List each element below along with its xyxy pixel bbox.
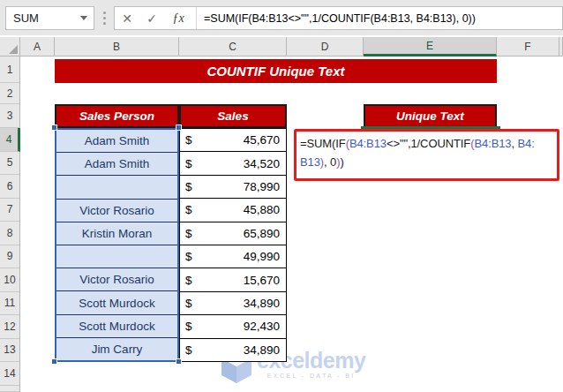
sales-amount: 45,880	[244, 203, 280, 216]
formula-segment: <>""	[387, 137, 408, 150]
insert-function-icon[interactable]: ƒx	[164, 11, 192, 26]
name-box[interactable]: SUM	[5, 6, 94, 30]
formula-annotation-box: =SUM(IF(B4:B13<>"",1/COUNTIF(B4:B13, B4:…	[294, 129, 559, 181]
currency-symbol: $	[185, 274, 192, 287]
currency-symbol: $	[185, 133, 192, 147]
formula-toolbar: SUM ✕ ✓ ƒx =SUM(IF(B4:B13<>"",1/COUNTIF(…	[0, 0, 563, 35]
toolbar-separator-dots	[103, 11, 106, 25]
cancel-icon[interactable]: ✕	[115, 11, 139, 26]
sales-person-cell[interactable]: Adam Smith	[56, 153, 177, 176]
row-header-12[interactable]: 12	[0, 315, 20, 339]
row-header-11[interactable]: 11	[0, 292, 20, 316]
row-header-7[interactable]: 7	[0, 199, 20, 222]
sales-amount: 34,890	[244, 343, 280, 357]
column-header-E[interactable]: E	[364, 37, 497, 57]
range-handle-bottom-left[interactable]	[51, 358, 57, 365]
sales-value-cell[interactable]: $65,890	[180, 222, 286, 245]
row-header-13[interactable]: 13	[0, 339, 20, 363]
select-all-corner[interactable]	[0, 37, 20, 57]
formula-bar[interactable]: ✕ ✓ ƒx =SUM(IF(B4:B13<>"",1/COUNTIF(B4:B…	[114, 6, 563, 30]
sales-amount: 34,890	[244, 297, 280, 310]
sales-value-cell[interactable]: $49,990	[180, 245, 286, 268]
row-header-6[interactable]: 6	[0, 175, 20, 199]
sales-value-cell[interactable]: $45,880	[180, 199, 286, 222]
name-box-dropdown-icon[interactable]	[80, 16, 87, 20]
currency-symbol: $	[185, 297, 192, 310]
sales-amount: 45,670	[244, 133, 280, 147]
sales-person-range[interactable]: Adam SmithAdam SmithVictor RosarioKristi…	[55, 128, 179, 362]
row-header-3[interactable]: 3	[0, 104, 20, 128]
sales-person-cell[interactable]	[56, 245, 177, 268]
currency-symbol: $	[185, 250, 192, 263]
row-header-1[interactable]: 1	[0, 57, 20, 83]
row-header-5[interactable]: 5	[0, 152, 20, 176]
column-header-B[interactable]: B	[55, 37, 179, 57]
range-handle-top-left[interactable]	[51, 124, 57, 131]
formula-segment: B13	[300, 155, 320, 169]
currency-symbol: $	[185, 180, 192, 193]
row-header-10[interactable]: 10	[0, 268, 20, 292]
formula-segment: ,	[511, 137, 517, 150]
currency-symbol: $	[185, 157, 192, 170]
sales-value-cell[interactable]: $45,670	[180, 129, 286, 152]
sales-person-cell[interactable]: Scott Murdock	[56, 291, 177, 314]
sales-amount: 78,990	[244, 180, 280, 193]
formula-segment: , 0	[324, 155, 336, 169]
sales-amount: 15,670	[244, 274, 280, 287]
sales-amount: 49,990	[244, 250, 280, 263]
sales-value-cell[interactable]: $34,890	[180, 339, 286, 361]
formula-segment: B4:B13	[474, 137, 511, 150]
sales-header-cell[interactable]: Sales	[179, 104, 287, 128]
column-header-F[interactable]: F	[497, 37, 559, 57]
select-all-triangle-icon	[9, 45, 18, 54]
name-box-value: SUM	[13, 11, 39, 25]
column-header-C[interactable]: C	[179, 37, 287, 57]
sales-values-range[interactable]: $45,670$34,520$78,990$45,880$65,890$49,9…	[179, 128, 287, 362]
sales-person-cell[interactable]: Kristin Moran	[56, 222, 177, 245]
sales-person-cell[interactable]: Adam Smith	[56, 130, 177, 153]
formula-segment: =SUM(IF	[300, 137, 346, 150]
formula-bar-text[interactable]: =SUM(IF(B4:B13<>"",1/COUNTIF(B4:B13, B4:…	[197, 12, 476, 25]
column-header-D[interactable]: D	[287, 37, 364, 57]
sales-value-cell[interactable]: $15,670	[180, 268, 286, 291]
watermark-tagline: EXCEL - DATA - BI	[257, 373, 365, 379]
currency-symbol: $	[185, 227, 192, 240]
unique-text-header-cell[interactable]: Unique Text	[364, 104, 497, 128]
sales-value-cell[interactable]: $78,990	[180, 176, 286, 199]
sales-value-cell[interactable]: $34,890	[180, 292, 286, 315]
row-header-4[interactable]: 4	[0, 128, 20, 152]
range-handle-top-right[interactable]	[176, 124, 182, 131]
sales-person-cell[interactable]: Scott Murdock	[56, 315, 177, 338]
title-banner-cell[interactable]: COUNTIF Unique Text	[55, 59, 497, 83]
sales-person-cell[interactable]	[56, 176, 177, 199]
row-header-partial[interactable]	[0, 386, 20, 392]
sales-amount: 65,890	[244, 227, 280, 240]
sales-person-header-cell[interactable]: Sales Person	[55, 104, 179, 128]
row-header-14[interactable]: 14	[0, 362, 20, 386]
sales-person-cell[interactable]: Victor Rosario	[56, 200, 177, 222]
formula-segment: )	[340, 155, 343, 169]
excel-window: SUM ✕ ✓ ƒx =SUM(IF(B4:B13<>"",1/COUNTIF(…	[0, 0, 563, 392]
formula-segment: B4:	[518, 137, 535, 150]
edited-cell-formula-text: =SUM(IF(B4:B13<>"",1/COUNTIF(B4:B13, B4:…	[300, 137, 535, 169]
formula-segment: B4:B13	[349, 137, 387, 150]
currency-symbol: $	[185, 343, 192, 357]
sales-amount: 34,520	[244, 157, 280, 170]
column-header-partial[interactable]	[559, 37, 563, 57]
row-header-8[interactable]: 8	[0, 222, 20, 245]
column-header-A[interactable]: A	[20, 37, 55, 57]
row-header-2[interactable]: 2	[0, 83, 20, 104]
sales-amount: 92,430	[244, 320, 280, 333]
sales-value-cell[interactable]: $92,430	[180, 315, 286, 338]
currency-symbol: $	[185, 203, 192, 216]
currency-symbol: $	[185, 320, 192, 333]
sales-value-cell[interactable]: $34,520	[180, 152, 286, 175]
sales-person-cell[interactable]: Victor Rosario	[56, 268, 177, 291]
enter-check-icon[interactable]: ✓	[139, 11, 164, 26]
row-header-9[interactable]: 9	[0, 245, 20, 269]
sales-person-cell[interactable]: Jim Carry	[56, 338, 177, 360]
range-handle-bottom-right[interactable]	[176, 358, 182, 365]
formula-segment: ,1/COUNTIF	[408, 137, 470, 150]
